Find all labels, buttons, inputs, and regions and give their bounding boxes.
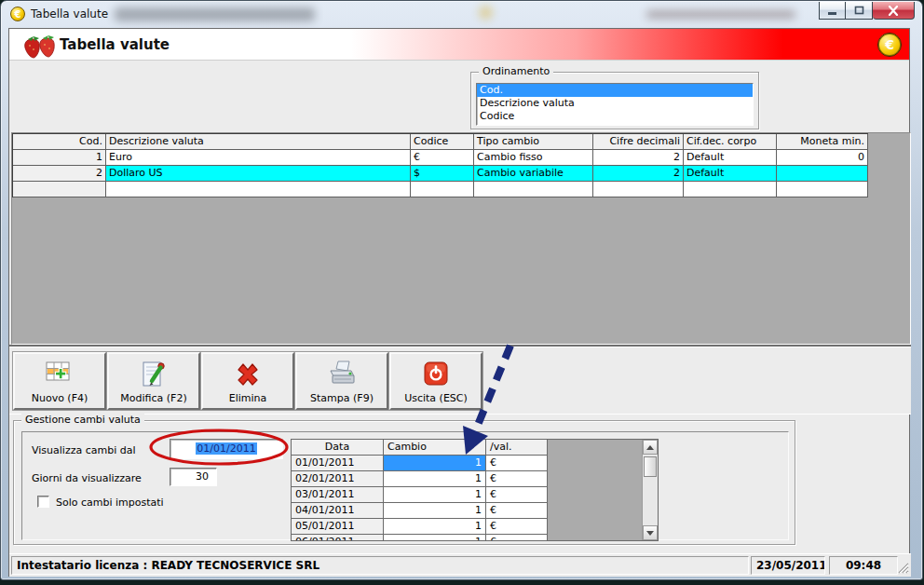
cell[interactable]: 06/01/2011	[292, 535, 384, 541]
cell[interactable]: 04/01/2011	[292, 503, 384, 519]
cell[interactable]: €	[411, 150, 474, 166]
uscita-button[interactable]: Uscita (ESC)	[389, 352, 482, 410]
cell[interactable]: 03/01/2011	[292, 487, 384, 503]
rates-row[interactable]: 02/01/2011 1 €	[292, 471, 658, 487]
gestione-label: Gestione cambi valuta	[21, 414, 144, 426]
selected-date-text: 01/01/2011	[196, 442, 256, 455]
cell[interactable]: 2	[593, 166, 684, 182]
cell[interactable]: 2	[593, 150, 684, 166]
cell[interactable]: Default	[684, 166, 777, 182]
cell[interactable]: €	[486, 456, 548, 471]
rates-scrollbar[interactable]	[642, 440, 658, 540]
solo-cambi-checkbox[interactable]	[37, 496, 49, 508]
col-cambio[interactable]: Cambio	[384, 440, 486, 456]
print-icon	[325, 360, 359, 389]
cell[interactable]: €	[486, 535, 548, 541]
col-cifre-decimali[interactable]: Cifre decimali	[593, 134, 684, 150]
cell	[474, 182, 593, 197]
cell[interactable]: $	[411, 166, 474, 182]
ordinamento-item-descrizione[interactable]: Descrizione valuta	[477, 97, 753, 110]
cell[interactable]: Dollaro US	[106, 166, 411, 182]
selected-cell[interactable]: 1	[384, 456, 486, 471]
euro-coin-icon: €	[10, 7, 25, 21]
button-label: Stampa (F9)	[310, 392, 374, 404]
table-row[interactable]: 1 Euro € Cambio fisso 2 Default 0	[13, 150, 868, 166]
ordinamento-item-cod[interactable]: Cod.	[477, 84, 753, 97]
col-moneta-min[interactable]: Moneta min.	[777, 134, 868, 150]
cell[interactable]: Cambio fisso	[474, 150, 593, 166]
page-title: Tabella valute	[60, 36, 170, 53]
cell[interactable]: 1	[384, 519, 486, 535]
cell[interactable]: 1	[384, 503, 486, 519]
cell[interactable]: €	[486, 503, 548, 519]
rates-row[interactable]: 04/01/2011 1 €	[292, 503, 658, 519]
ordinamento-listbox[interactable]: Cod. Descrizione valuta Codice	[476, 83, 754, 126]
col-tipo-cambio[interactable]: Tipo cambio	[474, 134, 593, 150]
exit-icon	[422, 360, 450, 388]
button-label: Elimina	[229, 392, 267, 404]
scroll-up-icon[interactable]	[643, 440, 658, 455]
col-val[interactable]: /val.	[486, 440, 548, 456]
table-row-selected[interactable]: 2 Dollaro US $ Cambio variabile 2 Defaul…	[13, 166, 868, 182]
button-label: Nuovo (F4)	[32, 392, 88, 404]
minimize-icon	[827, 7, 837, 15]
window-controls	[819, 2, 915, 20]
table-row-empty[interactable]	[13, 182, 868, 197]
cell[interactable]: €	[486, 471, 548, 487]
modifica-button[interactable]: Modifica (F2)	[107, 352, 200, 410]
ordinamento-groupbox: Ordinamento Cod. Descrizione valuta Codi…	[470, 72, 759, 129]
background-window-blur	[479, 6, 493, 20]
cell	[684, 182, 777, 197]
col-cod[interactable]: Cod.	[13, 134, 106, 150]
rates-row[interactable]: 05/01/2011 1 €	[292, 519, 658, 535]
ordinamento-item-codice[interactable]: Codice	[477, 110, 753, 123]
cell[interactable]: Euro	[106, 150, 411, 166]
currency-table-area: Cod. Descrizione valuta Codice Tipo camb…	[11, 132, 911, 345]
cell	[593, 182, 684, 197]
resize-grip[interactable]	[897, 562, 909, 574]
close-button[interactable]	[873, 2, 915, 20]
stampa-button[interactable]: Stampa (F9)	[295, 352, 388, 410]
scrollbar-thumb[interactable]	[644, 456, 657, 477]
cell[interactable]: €	[486, 487, 548, 503]
button-label: Uscita (ESC)	[404, 392, 468, 404]
maximize-button[interactable]	[846, 2, 873, 20]
cell[interactable]: 01/01/2011	[292, 456, 384, 471]
background-window-blur	[646, 10, 795, 19]
cell[interactable]: 0	[777, 150, 868, 166]
col-descrizione[interactable]: Descrizione valuta	[106, 134, 411, 150]
ordinamento-label: Ordinamento	[479, 65, 553, 77]
cell[interactable]: Cambio variabile	[474, 166, 593, 182]
cell	[106, 182, 411, 197]
maximize-icon	[854, 6, 864, 15]
cell[interactable]: 1	[13, 150, 106, 166]
scroll-down-icon[interactable]	[643, 525, 658, 540]
rates-row[interactable]: 06/01/2011 1 €	[292, 535, 658, 541]
status-date: 23/05/2011	[751, 556, 825, 575]
strawberries-icon	[20, 31, 60, 59]
cell[interactable]: 1	[384, 535, 486, 541]
cell[interactable]	[777, 166, 868, 182]
cell[interactable]: 02/01/2011	[292, 471, 384, 487]
window-title: Tabella valute	[31, 7, 108, 20]
rates-row[interactable]: 01/01/2011 1 €	[292, 456, 658, 471]
col-cifdec-corpo[interactable]: Cif.dec. corpo	[684, 134, 777, 150]
visualizza-cambi-input[interactable]: 01/01/2011	[170, 439, 283, 459]
cell[interactable]: 1	[384, 471, 486, 487]
euro-coin-icon: €	[877, 33, 902, 57]
currency-table-header: Cod. Descrizione valuta Codice Tipo camb…	[13, 134, 868, 150]
elimina-button[interactable]: Elimina	[201, 352, 294, 410]
cell[interactable]: 1	[384, 487, 486, 503]
cell[interactable]: Default	[684, 150, 777, 166]
minimize-button[interactable]	[819, 2, 846, 20]
app-window: € Tabella valute Tabella valute €	[0, 0, 923, 580]
cell[interactable]: 2	[13, 166, 106, 182]
cell[interactable]: 05/01/2011	[292, 519, 384, 535]
rates-row[interactable]: 03/01/2011 1 €	[292, 487, 658, 503]
cell[interactable]: €	[486, 519, 548, 535]
col-data[interactable]: Data	[292, 440, 384, 456]
nuovo-button[interactable]: Nuovo (F4)	[13, 352, 106, 410]
titlebar[interactable]: € Tabella valute	[1, 1, 922, 28]
col-codice[interactable]: Codice	[411, 134, 474, 150]
giorni-input[interactable]: 30	[170, 468, 217, 486]
